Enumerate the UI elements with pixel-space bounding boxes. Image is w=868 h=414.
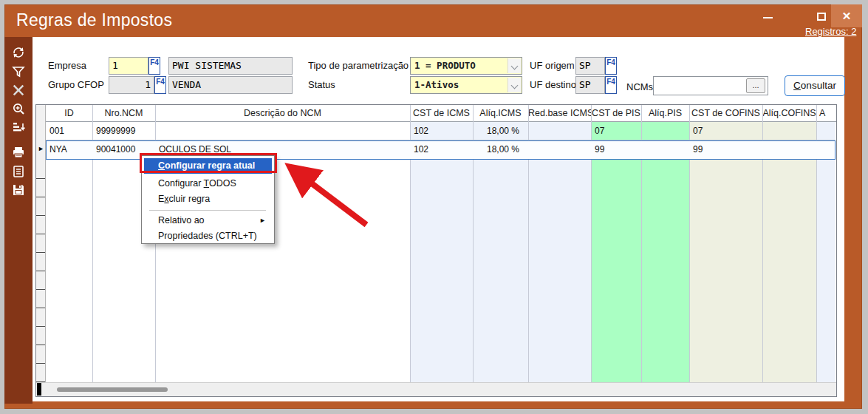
refresh-icon[interactable] [10,44,27,61]
filter-icon[interactable] [10,64,27,80]
column-header-aliq-cofins[interactable]: Alíq.COFINS [762,105,816,122]
tipo-parametrizacao-select[interactable]: 1 = PRODUTO [410,57,522,75]
column-header-cst-cofins[interactable]: CST de COFINS [689,105,762,122]
uf-destino-f4-lookup-button[interactable]: F4 [605,76,617,94]
row1-cst-pis[interactable]: 07 [591,122,641,140]
dropdown-button[interactable] [508,78,521,92]
row1-cst-icms[interactable]: 102 [410,122,473,140]
save-icon[interactable] [10,182,27,198]
maximize-button[interactable] [813,7,830,25]
horizontal-scrollbar-thumb[interactable] [57,387,168,392]
grupo-cfop-label: Grupo CFOP [48,79,104,90]
chevron-down-icon [511,82,519,89]
empresa-label: Empresa [48,60,86,71]
column-header-cst-pis[interactable]: CST de PIS [591,105,641,122]
last-column-tint [816,122,835,382]
menu-separator [149,210,266,211]
column-header-aliq-icms[interactable]: Alíq.ICMS [473,105,528,122]
menu-item-propriedades[interactable]: Propriedades (CTRL+T) [144,228,272,244]
annotation-highlight-box [140,153,277,173]
column-header-cst-icms[interactable]: CST de ICMS [410,105,473,122]
status-label: Status [308,79,335,90]
row1-id[interactable]: 001 [46,122,92,140]
column-header-id[interactable]: ID [46,105,92,122]
uf-origem-input[interactable]: SP [575,57,605,75]
column-header-truncated[interactable]: A [816,105,835,122]
row2-cst-cofins[interactable]: 99 [689,140,762,159]
uf-origem-f4-lookup-button[interactable]: F4 [605,57,617,75]
scrollbar-left-block [37,383,41,396]
ncms-browse-button[interactable]: ... [746,78,765,93]
row2-id[interactable]: NYA [46,140,92,159]
grupo-cfop-name-field: VENDA [168,76,293,94]
row2-aliq-icms[interactable]: 18,00 % [473,140,528,159]
grupo-cfop-f4-lookup-button[interactable]: F4 [154,76,166,94]
dropdown-button[interactable] [508,58,521,73]
menu-item-configurar-todos[interactable]: Configurar TODOS [144,176,272,191]
tipo-parametrizacao-value: 1 = PRODUTO [414,60,476,71]
maximize-icon [817,13,826,21]
empresa-code-input[interactable]: 1 [109,57,148,75]
status-value: 1-Ativos [414,79,459,90]
grupo-cfop-code-input[interactable]: 1 [109,76,154,94]
row2-cst-icms[interactable]: 102 [410,140,473,159]
consultar-button[interactable]: Consultar [785,75,845,96]
icms-columns-tint [410,122,591,382]
minimize-button[interactable] [759,7,777,25]
row2-cst-pis[interactable]: 99 [591,140,641,159]
chevron-down-icon [511,63,519,70]
column-header-aliq-pis[interactable]: Alíq.PIS [641,105,689,122]
uf-destino-input[interactable]: SP [575,76,605,94]
empresa-name-field: PWI SISTEMAS [168,57,293,75]
column-header-red-base-icms[interactable]: Red.base ICMS [528,105,591,122]
registros-count-link[interactable]: Registros: 2 [805,26,859,37]
sort-icon[interactable] [10,119,27,135]
row1-cst-cofins[interactable]: 07 [689,122,762,140]
cofins-columns-tint [689,122,816,382]
clear-filter-icon[interactable] [10,82,27,98]
uf-origem-label: UF origem [530,60,575,71]
current-row-pointer-icon: ► [38,145,44,152]
minimize-icon [763,17,773,18]
window-title: Regras de Impostos [16,10,172,30]
row1-nro-ncm[interactable]: 99999999 [92,122,155,140]
uf-destino-label: UF destino [530,79,576,90]
pis-columns-tint [591,122,689,382]
row1-descricao[interactable] [155,122,410,140]
menu-item-relativo-ao[interactable]: Relativo ao► [144,213,272,228]
submenu-arrow-icon: ► [259,213,266,228]
row1-aliq-icms[interactable]: 18,00 % [473,122,528,140]
close-button[interactable]: ✕ [831,4,862,27]
print-icon[interactable] [10,144,27,160]
ncms-label: NCMs [626,81,653,92]
status-select[interactable]: 1-Ativos [410,76,522,94]
column-header-nro-ncm[interactable]: Nro.NCM [92,105,155,122]
left-toolbar [4,37,33,404]
empresa-f4-lookup-button[interactable]: F4 [148,57,160,75]
tipo-parametrizacao-label: Tipo de parametrização [308,60,409,71]
report-icon[interactable] [10,163,27,180]
zoom-icon[interactable] [10,101,27,117]
column-header-descricao[interactable]: Descrição do NCM [155,105,410,122]
menu-item-excluir-regra[interactable]: Excluir regra [144,191,272,207]
annotation-arrow [275,154,375,231]
